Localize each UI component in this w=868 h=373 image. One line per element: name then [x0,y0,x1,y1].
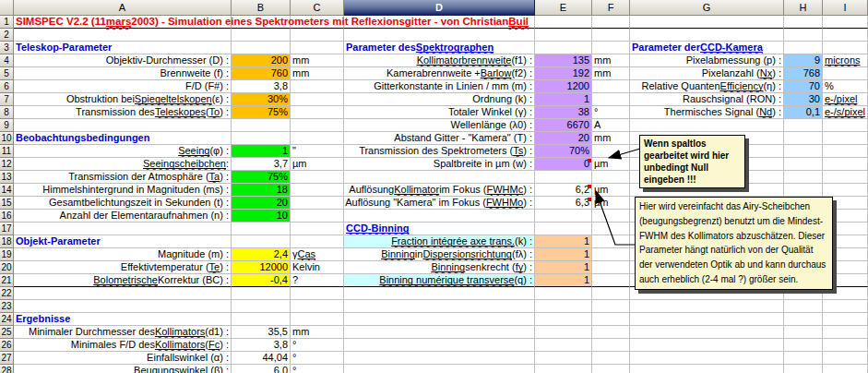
cell-E25[interactable] [535,326,592,339]
cell-C20[interactable]: Kelvin [291,261,344,274]
cell-D19[interactable]: Binning in Dispersionsrichtung (fλ) : [344,248,535,261]
cell-B24[interactable] [232,313,291,326]
cell-B3[interactable] [232,42,291,54]
cell-F3[interactable] [592,42,630,54]
row-header-20[interactable]: 20 [0,261,14,274]
cell-B9[interactable] [232,119,291,132]
cell-A10[interactable]: Beobachtungsbedingungen [14,132,232,145]
cell-A25[interactable]: Minimaler Durchmesser des Kollimators (d… [14,326,232,339]
cell-H28[interactable] [784,365,823,373]
cell-C25[interactable]: mm [291,326,344,339]
cell-D22[interactable] [344,287,535,300]
row-header-19[interactable]: 19 [0,248,14,261]
row-header-28[interactable]: 28 [0,365,14,373]
cell-E15[interactable]: 6,3 [535,197,592,210]
cell-E10[interactable]: 20 [535,132,592,145]
cell-D11[interactable]: Transmission des Spektrometers (Ts) : [344,145,535,158]
cell-H14[interactable] [784,184,823,197]
cell-D6[interactable]: Gitterkonstante in Linien / mm (m) : [344,80,535,93]
cell-G4[interactable]: Pixelabmessung (p) : [630,54,784,67]
cell-D14[interactable]: Auflösung Kollimator im Fokus (FWHMc) : [344,184,535,197]
cell-H26[interactable] [784,339,823,352]
cell-D27[interactable] [344,352,535,365]
cell-F23[interactable] [592,300,630,313]
cell-C10[interactable] [291,132,344,145]
cell-B26[interactable]: 3,8 [232,339,291,352]
cell-C27[interactable]: ° [291,352,344,365]
cell-E24[interactable] [535,313,592,326]
row-header-13[interactable]: 13 [0,171,14,184]
cell-D12[interactable]: Spaltbreite in µm (w) : [344,158,535,171]
cell-I13[interactable] [823,171,868,184]
cell-C26[interactable]: ° [291,339,344,352]
column-header-F[interactable]: F [592,0,630,16]
cell-A11[interactable]: Seeing (φ) : [14,145,232,158]
cell-E28[interactable] [535,365,592,373]
cell-B20[interactable]: 12000 [232,261,291,274]
cell-D3[interactable]: Parameter des Spektrographen [344,42,535,54]
cell-H8[interactable]: 0,1 [784,106,823,119]
column-header-C[interactable]: C [291,0,344,16]
cell-D13[interactable] [344,171,535,184]
cell-A4[interactable]: Objektiv-Durchmesser (D) : [14,54,232,67]
cell-A1[interactable]: SIMSPEC V2.2 (11 mars 2003) - Simulation… [14,16,232,29]
cell-F4[interactable]: mm [592,54,630,67]
row-header-5[interactable]: 5 [0,67,14,80]
cell-I10[interactable] [823,132,868,145]
select-all-corner[interactable] [0,0,14,16]
cell-C19[interactable]: γ Cas [291,248,344,261]
row-header-9[interactable]: 9 [0,119,14,132]
cell-E26[interactable] [535,339,592,352]
cell-D25[interactable] [344,326,535,339]
column-header-D[interactable]: D [344,0,535,16]
cell-A16[interactable]: Anzahl der Elementaraufnahmen (n) : [14,210,232,223]
row-header-16[interactable]: 16 [0,210,14,223]
cell-F24[interactable] [592,313,630,326]
cell-E8[interactable]: 38 [535,106,592,119]
cell-H2[interactable] [784,29,823,42]
cell-A3[interactable]: Teleskop-Parameter [14,42,232,54]
cell-F5[interactable]: mm [592,67,630,80]
cell-E4[interactable]: 135 [535,54,592,67]
cell-F19[interactable] [592,248,630,261]
cell-G28[interactable] [630,365,784,373]
cell-B13[interactable]: 75% [232,171,291,184]
cell-A18[interactable]: Objekt-Parameter [14,235,232,248]
cell-G6[interactable]: Relative Quanten Efficiency (η) : [630,80,784,93]
cell-F21[interactable] [592,274,630,287]
cell-B17[interactable] [232,223,291,235]
cell-C12[interactable]: µm [291,158,344,171]
cell-C23[interactable] [291,300,344,313]
row-header-12[interactable]: 12 [0,158,14,171]
cell-A6[interactable]: F/D (F#) : [14,80,232,93]
cell-C2[interactable] [291,29,344,42]
row-header-1[interactable]: 1 [0,16,14,29]
row-header-18[interactable]: 18 [0,235,14,248]
cell-A22[interactable] [14,287,232,300]
row-header-10[interactable]: 10 [0,132,14,145]
row-header-26[interactable]: 26 [0,339,14,352]
row-header-14[interactable]: 14 [0,184,14,197]
cell-B14[interactable]: 18 [232,184,291,197]
cell-A23[interactable] [14,300,232,313]
cell-F27[interactable] [592,352,630,365]
row-header-27[interactable]: 27 [0,352,14,365]
row-header-11[interactable]: 11 [0,145,14,158]
cell-G1[interactable] [630,16,784,29]
cell-C14[interactable] [291,184,344,197]
cell-D5[interactable]: Kamerabrennweite + Barlow (f2) : [344,67,535,80]
cell-A15[interactable]: Gesamtbelichtungszeit in Sekunden (t) : [14,197,232,210]
cell-I5[interactable] [823,67,868,80]
cell-D26[interactable] [344,339,535,352]
cell-A14[interactable]: Himmelshintergrund in Magnituden (ms) : [14,184,232,197]
cell-E6[interactable]: 1200 [535,80,592,93]
cell-I1[interactable] [823,16,868,29]
cell-E14[interactable]: 6,2 [535,184,592,197]
cell-A19[interactable]: Magnitude (m) : [14,248,232,261]
cell-I28[interactable] [823,365,868,373]
cell-F25[interactable] [592,326,630,339]
cell-F12[interactable]: µm [592,158,630,171]
cell-B28[interactable]: 6,0 [232,365,291,373]
column-header-A[interactable]: A [14,0,232,16]
cell-F14[interactable]: µm [592,184,630,197]
